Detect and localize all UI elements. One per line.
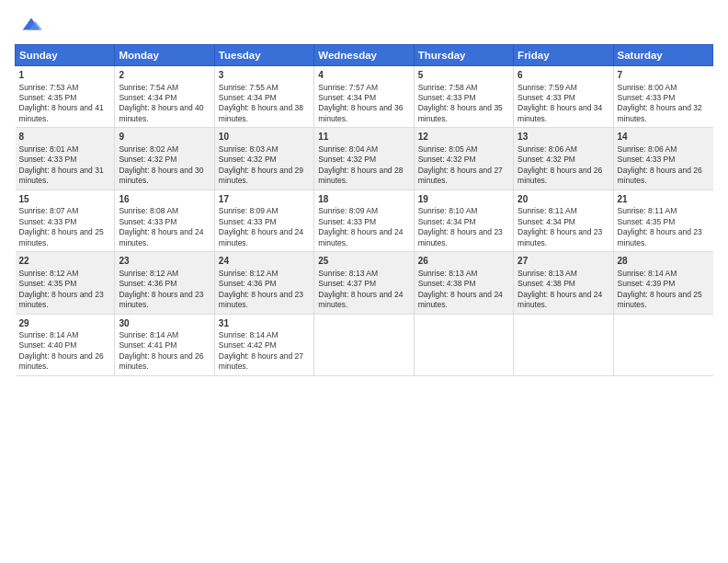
day-number: 19 — [418, 193, 509, 206]
sunset: Sunset: 4:32 PM — [119, 155, 176, 164]
day-number: 9 — [119, 131, 210, 144]
sunset: Sunset: 4:34 PM — [318, 93, 376, 102]
day-number: 5 — [418, 69, 509, 82]
sunset: Sunset: 4:35 PM — [618, 217, 676, 226]
sunrise: Sunrise: 8:12 AM — [219, 269, 279, 278]
sunset: Sunset: 4:32 PM — [219, 155, 277, 164]
sunrise: Sunrise: 8:10 AM — [418, 206, 478, 215]
sunset: Sunset: 4:34 PM — [418, 217, 476, 226]
day-cell: 9Sunrise: 8:02 AMSunset: 4:32 PMDaylight… — [115, 128, 214, 190]
day-number: 26 — [418, 255, 509, 268]
daylight: Daylight: 8 hours and 29 minutes. — [219, 166, 303, 185]
sunset: Sunset: 4:41 PM — [119, 340, 176, 350]
sunrise: Sunrise: 8:14 AM — [119, 330, 178, 339]
sunrise: Sunrise: 8:11 AM — [518, 206, 577, 215]
daylight: Daylight: 8 hours and 23 minutes. — [19, 290, 104, 309]
sunrise: Sunrise: 8:14 AM — [618, 269, 677, 278]
day-cell: 1Sunrise: 7:53 AMSunset: 4:35 PMDaylight… — [16, 66, 115, 128]
daylight: Daylight: 8 hours and 23 minutes. — [418, 227, 503, 247]
daylight: Daylight: 8 hours and 23 minutes. — [518, 227, 602, 247]
logo-icon — [18, 11, 44, 37]
daylight: Daylight: 8 hours and 23 minutes. — [219, 290, 303, 309]
sunset: Sunset: 4:33 PM — [418, 93, 476, 102]
day-number: 7 — [618, 69, 710, 82]
col-header-monday: Monday — [115, 45, 214, 66]
day-number: 20 — [518, 193, 609, 206]
week-row-5: 29Sunrise: 8:14 AMSunset: 4:40 PMDayligh… — [16, 314, 713, 375]
day-number: 10 — [219, 131, 310, 144]
day-number: 17 — [219, 193, 310, 206]
sunset: Sunset: 4:32 PM — [418, 155, 476, 164]
day-cell: 27Sunrise: 8:13 AMSunset: 4:38 PMDayligh… — [514, 252, 613, 314]
day-number: 3 — [219, 69, 310, 82]
sunset: Sunset: 4:33 PM — [19, 217, 77, 226]
sunset: Sunset: 4:35 PM — [19, 279, 77, 288]
sunset: Sunset: 4:36 PM — [119, 279, 176, 288]
day-number: 4 — [318, 69, 409, 82]
daylight: Daylight: 8 hours and 38 minutes. — [219, 103, 303, 122]
day-cell: 14Sunrise: 8:06 AMSunset: 4:33 PMDayligh… — [613, 128, 712, 190]
day-cell — [613, 314, 712, 375]
day-number: 1 — [19, 69, 111, 82]
day-number: 2 — [119, 69, 210, 82]
sunrise: Sunrise: 8:00 AM — [618, 83, 677, 92]
sunset: Sunset: 4:34 PM — [518, 217, 575, 226]
day-number: 12 — [418, 131, 509, 144]
day-cell: 31Sunrise: 8:14 AMSunset: 4:42 PMDayligh… — [214, 314, 313, 375]
daylight: Daylight: 8 hours and 25 minutes. — [19, 227, 104, 247]
col-header-friday: Friday — [514, 45, 613, 66]
day-cell: 5Sunrise: 7:58 AMSunset: 4:33 PMDaylight… — [414, 66, 513, 128]
daylight: Daylight: 8 hours and 24 minutes. — [418, 290, 503, 309]
day-cell: 8Sunrise: 8:01 AMSunset: 4:33 PMDaylight… — [16, 128, 115, 190]
sunset: Sunset: 4:40 PM — [19, 340, 77, 350]
daylight: Daylight: 8 hours and 32 minutes. — [618, 103, 702, 122]
sunset: Sunset: 4:32 PM — [318, 155, 376, 164]
sunrise: Sunrise: 8:09 AM — [219, 206, 279, 215]
day-cell: 25Sunrise: 8:13 AMSunset: 4:37 PMDayligh… — [314, 252, 414, 314]
sunrise: Sunrise: 7:53 AM — [19, 83, 79, 92]
col-header-tuesday: Tuesday — [214, 45, 313, 66]
sunrise: Sunrise: 8:01 AM — [19, 144, 79, 154]
day-number: 23 — [119, 255, 210, 268]
daylight: Daylight: 8 hours and 23 minutes. — [119, 290, 203, 309]
day-cell: 22Sunrise: 8:12 AMSunset: 4:35 PMDayligh… — [16, 252, 115, 314]
day-cell: 28Sunrise: 8:14 AMSunset: 4:39 PMDayligh… — [613, 252, 712, 314]
day-cell: 29Sunrise: 8:14 AMSunset: 4:40 PMDayligh… — [16, 314, 115, 375]
day-number: 14 — [618, 131, 710, 144]
day-cell: 23Sunrise: 8:12 AMSunset: 4:36 PMDayligh… — [115, 252, 214, 314]
sunset: Sunset: 4:37 PM — [318, 279, 376, 288]
day-cell: 20Sunrise: 8:11 AMSunset: 4:34 PMDayligh… — [514, 190, 613, 251]
sunrise: Sunrise: 8:11 AM — [618, 206, 677, 215]
daylight: Daylight: 8 hours and 23 minutes. — [618, 227, 702, 247]
sunrise: Sunrise: 8:06 AM — [518, 144, 577, 154]
daylight: Daylight: 8 hours and 36 minutes. — [318, 103, 403, 122]
calendar-table: SundayMondayTuesdayWednesdayThursdayFrid… — [15, 44, 713, 376]
day-number: 8 — [19, 131, 111, 144]
day-number: 29 — [19, 317, 111, 330]
sunset: Sunset: 4:33 PM — [518, 93, 575, 102]
sunrise: Sunrise: 8:05 AM — [418, 144, 478, 154]
sunrise: Sunrise: 8:14 AM — [219, 330, 279, 339]
sunset: Sunset: 4:35 PM — [19, 93, 77, 102]
daylight: Daylight: 8 hours and 26 minutes. — [119, 351, 203, 371]
sunset: Sunset: 4:39 PM — [618, 279, 676, 288]
day-number: 25 — [318, 255, 409, 268]
sunset: Sunset: 4:36 PM — [219, 279, 277, 288]
day-cell — [514, 314, 613, 375]
daylight: Daylight: 8 hours and 30 minutes. — [119, 166, 203, 185]
daylight: Daylight: 8 hours and 27 minutes. — [418, 166, 503, 185]
day-number: 13 — [518, 131, 609, 144]
sunrise: Sunrise: 8:14 AM — [19, 330, 79, 339]
day-number: 31 — [219, 317, 310, 330]
daylight: Daylight: 8 hours and 34 minutes. — [518, 103, 602, 122]
day-number: 24 — [219, 255, 310, 268]
sunrise: Sunrise: 8:02 AM — [119, 144, 178, 154]
day-cell: 2Sunrise: 7:54 AMSunset: 4:34 PMDaylight… — [115, 66, 214, 128]
daylight: Daylight: 8 hours and 24 minutes. — [119, 227, 203, 247]
day-number: 11 — [318, 131, 409, 144]
day-cell: 12Sunrise: 8:05 AMSunset: 4:32 PMDayligh… — [414, 128, 513, 190]
sunset: Sunset: 4:38 PM — [418, 279, 476, 288]
sunrise: Sunrise: 8:09 AM — [318, 206, 378, 215]
day-cell: 24Sunrise: 8:12 AMSunset: 4:36 PMDayligh… — [214, 252, 313, 314]
logo — [15, 11, 44, 37]
